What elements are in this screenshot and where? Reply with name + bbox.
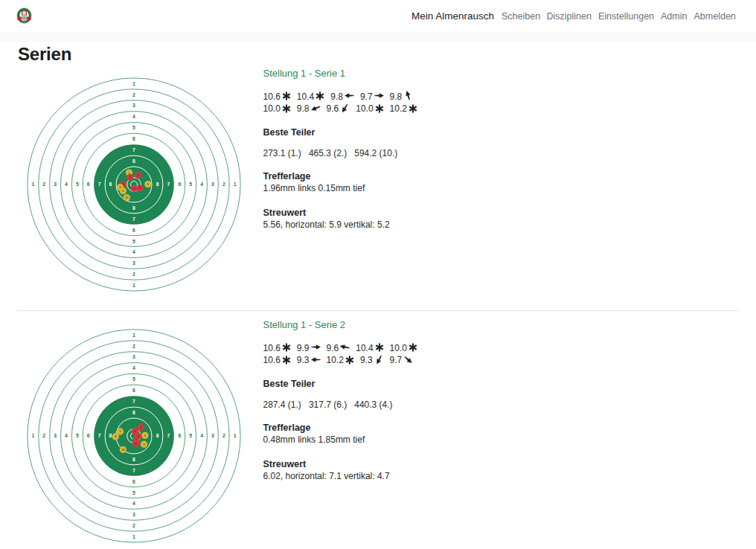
svg-text:8: 8 <box>132 457 135 462</box>
svg-text:3: 3 <box>132 103 135 108</box>
svg-text:10: 10 <box>121 448 125 452</box>
svg-text:3: 3 <box>211 433 214 438</box>
svg-text:2: 2 <box>132 92 135 97</box>
svg-text:6: 6 <box>132 136 135 141</box>
svg-text:8: 8 <box>109 433 112 438</box>
svg-text:2: 2 <box>132 523 135 528</box>
svg-text:7: 7 <box>167 182 170 187</box>
svg-text:1: 1 <box>234 433 237 438</box>
svg-text:7: 7 <box>132 216 135 222</box>
svg-text:8: 8 <box>132 158 135 164</box>
svg-text:1: 1 <box>132 283 135 288</box>
svg-text:5: 5 <box>76 182 79 187</box>
svg-text:4: 4 <box>65 433 68 438</box>
svg-text:2: 2 <box>42 433 45 438</box>
svg-text:5: 5 <box>189 182 192 187</box>
svg-text:10: 10 <box>125 196 129 199</box>
svg-text:2: 2 <box>132 272 135 277</box>
svg-text:4: 4 <box>132 501 135 506</box>
svg-text:3: 3 <box>132 260 135 266</box>
svg-text:7: 7 <box>98 433 101 438</box>
svg-text:5: 5 <box>76 433 79 438</box>
svg-text:7: 7 <box>132 468 135 473</box>
svg-text:5: 5 <box>132 376 135 382</box>
svg-text:2: 2 <box>42 182 45 187</box>
svg-text:8: 8 <box>132 410 135 415</box>
svg-text:1: 1 <box>132 81 135 86</box>
svg-text:6: 6 <box>132 388 135 393</box>
svg-text:1: 1 <box>234 182 237 187</box>
svg-text:3: 3 <box>54 182 57 187</box>
svg-text:8: 8 <box>132 205 135 211</box>
svg-text:4: 4 <box>200 182 203 187</box>
svg-text:7: 7 <box>167 433 170 438</box>
svg-text:6: 6 <box>87 182 90 187</box>
svg-text:6: 6 <box>178 182 181 187</box>
svg-text:6: 6 <box>132 479 135 484</box>
svg-text:5: 5 <box>132 125 135 130</box>
svg-text:8: 8 <box>109 182 112 187</box>
svg-text:3: 3 <box>211 182 214 187</box>
svg-text:1: 1 <box>132 534 135 539</box>
svg-text:6: 6 <box>178 433 181 438</box>
svg-text:3: 3 <box>54 433 57 438</box>
svg-text:2: 2 <box>222 433 225 438</box>
svg-text:6: 6 <box>132 228 135 233</box>
svg-text:5: 5 <box>132 490 135 495</box>
svg-text:4: 4 <box>132 114 135 119</box>
svg-text:4: 4 <box>200 433 203 438</box>
svg-text:5: 5 <box>132 239 135 244</box>
svg-text:1: 1 <box>132 333 135 338</box>
svg-text:4: 4 <box>132 249 135 254</box>
svg-text:4: 4 <box>65 182 68 187</box>
svg-text:5: 5 <box>189 433 192 438</box>
svg-text:1: 1 <box>31 433 34 438</box>
svg-text:4: 4 <box>132 365 135 370</box>
svg-text:1: 1 <box>31 182 34 187</box>
svg-text:6: 6 <box>87 433 90 438</box>
svg-text:7: 7 <box>132 399 135 404</box>
svg-text:2: 2 <box>222 182 225 187</box>
svg-text:7: 7 <box>132 147 135 152</box>
svg-text:8: 8 <box>156 433 159 438</box>
svg-text:3: 3 <box>132 354 135 359</box>
svg-text:2: 2 <box>132 344 135 349</box>
svg-text:8: 8 <box>156 182 159 187</box>
svg-text:3: 3 <box>132 512 135 517</box>
svg-text:7: 7 <box>98 182 101 187</box>
